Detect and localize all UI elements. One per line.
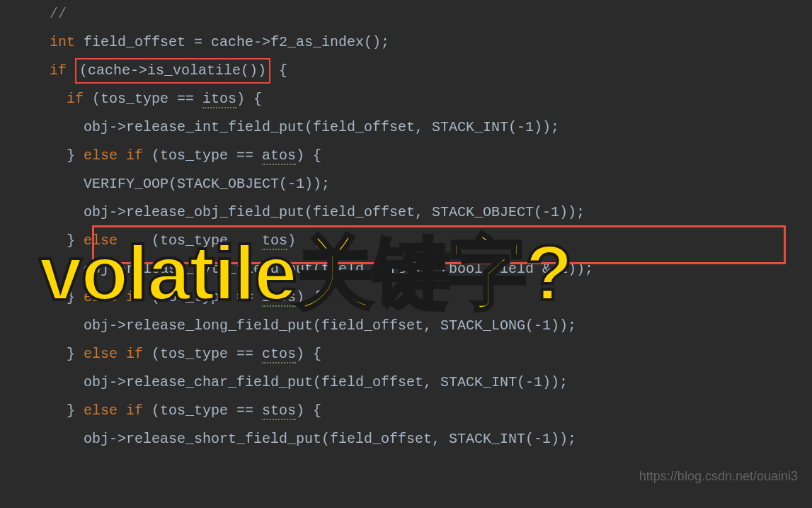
code-line: if (cache->is_volatile()) {	[50, 57, 812, 85]
code-line: obj->release_int_field_put(field_offset,…	[50, 113, 812, 142]
code-line: //	[50, 0, 812, 28]
code-line: int field_offset = cache->f2_as_index();	[50, 28, 812, 57]
code-text: field_offset = cache->f2_as_index();	[75, 34, 389, 50]
highlight-box-volatile: (cache->is_volatile())	[75, 58, 270, 84]
keyword-int: int	[50, 34, 75, 50]
code-line: } else if (tos_type == atos) {	[50, 142, 812, 170]
keyword-if: if	[50, 62, 67, 79]
keyword-else-if: else if	[84, 147, 143, 164]
code-line: } else if (tos_type == ctos) {	[50, 340, 812, 368]
tos-type: itos	[202, 91, 236, 108]
code-line: if (tos_type == itos) {	[50, 85, 812, 113]
title-overlay: volatile关键字?	[39, 234, 571, 312]
keyword-else-if: else if	[84, 402, 143, 419]
keyword-else-if: else if	[84, 346, 143, 362]
code-line: obj->release_obj_field_put(field_offset,…	[50, 198, 812, 227]
tos-type: stos	[262, 402, 296, 420]
tos-type: ctos	[262, 346, 296, 363]
comment: //	[50, 6, 67, 22]
code-line: } else if (tos_type == stos) {	[50, 397, 812, 425]
code-line: obj->release_short_field_put(field_offse…	[50, 425, 812, 453]
code-line: obj->release_long_field_put(field_offset…	[50, 312, 812, 340]
tos-type: atos	[262, 147, 296, 165]
watermark-text: https://blog.csdn.net/ouaini3	[639, 462, 798, 490]
code-line: obj->release_char_field_put(field_offset…	[50, 368, 812, 397]
keyword-if: if	[67, 91, 84, 107]
code-line: VERIFY_OOP(STACK_OBJECT(-1));	[50, 170, 812, 198]
